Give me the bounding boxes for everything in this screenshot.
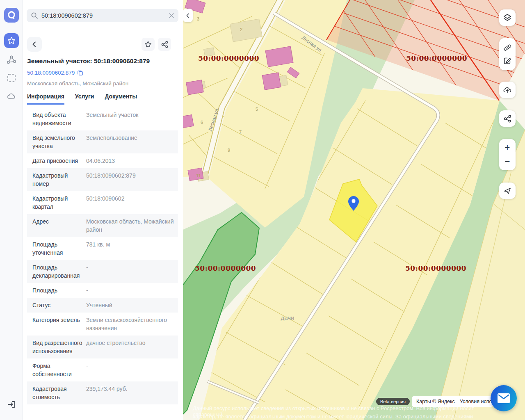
- svg-text:3: 3: [197, 16, 199, 21]
- table-row: АдресМосковская область, Можайский район: [27, 214, 178, 237]
- chevron-left-icon: [31, 41, 38, 48]
- app-logo[interactable]: [4, 8, 19, 23]
- details-panel: Земельный участок: 50:18:0090602:879 50:…: [23, 0, 183, 420]
- select-area-rail-button[interactable]: [4, 71, 19, 85]
- left-rail: [0, 0, 23, 420]
- measure-tools-group: [499, 38, 516, 70]
- share-object-button[interactable]: [158, 38, 171, 51]
- layers-button[interactable]: [499, 9, 516, 26]
- map-area[interactable]: 50:00:0000000 50:00:0000000 50:00:000000…: [183, 0, 525, 420]
- app-root: Земельный участок: 50:18:0090602:879 50:…: [0, 0, 525, 420]
- tab-documents[interactable]: Документы: [105, 93, 137, 105]
- svg-text:9: 9: [228, 148, 230, 153]
- login-rail-button[interactable]: [4, 397, 19, 412]
- table-row: [27, 404, 178, 413]
- table-row: Площадь декларированная-: [27, 260, 178, 283]
- share-nodes-icon: [161, 41, 169, 48]
- zoom-out-button[interactable]: −: [499, 155, 516, 169]
- table-row: Дата присвоения04.06.2013: [27, 153, 178, 168]
- dashed-selection-icon: [7, 73, 16, 83]
- svg-text:2: 2: [240, 27, 242, 32]
- table-row: СтатусУчтенный: [27, 298, 178, 313]
- search-input[interactable]: [41, 12, 165, 19]
- area-label: дачи: [281, 314, 294, 321]
- zoom-control: + −: [499, 139, 516, 170]
- collapse-panel-button[interactable]: [183, 9, 193, 22]
- star-icon: [7, 36, 16, 45]
- svg-text:5: 5: [256, 107, 258, 112]
- locate-me-button[interactable]: [499, 183, 516, 199]
- cloud-rail-button[interactable]: [4, 89, 19, 104]
- layers-icon: [502, 13, 512, 23]
- chat-button[interactable]: [491, 385, 517, 411]
- back-button[interactable]: [27, 37, 42, 52]
- tab-bar: Информация Услуги Документы: [27, 93, 137, 105]
- search-bar: [27, 9, 178, 22]
- svg-text:7: 7: [239, 130, 242, 135]
- cadastral-number-link[interactable]: 50:18:0090602:879: [27, 70, 75, 76]
- map-disclaimer-line2: характер, не является официальным докуме…: [193, 413, 488, 420]
- object-title: Земельный участок: 50:18:0090602:879: [27, 57, 179, 65]
- table-row: Вид земельного участкаЗемлепользование: [27, 130, 178, 153]
- table-row: Площадь-: [27, 283, 178, 298]
- share-map-button[interactable]: [499, 110, 516, 127]
- navigation-arrow-icon: [503, 186, 512, 195]
- table-row: Вид объекта недвижимостиЗемельный участо…: [27, 107, 178, 130]
- beta-badge: Beta-версия: [376, 398, 410, 405]
- tab-services[interactable]: Услуги: [75, 93, 94, 105]
- ruler-icon[interactable]: [503, 43, 512, 52]
- table-row: Площадь уточненная781 кв. м: [27, 237, 178, 260]
- table-row: Кадастровый квартал50:18:0090602: [27, 191, 178, 214]
- search-icon: [31, 12, 38, 19]
- upload-button[interactable]: [499, 82, 516, 98]
- draw-edit-icon[interactable]: [503, 56, 512, 65]
- quarter-label: 50:00:0000000: [195, 264, 256, 272]
- cloud-upload-icon: [502, 85, 512, 95]
- object-header-toolbar: [27, 37, 178, 52]
- clear-search-icon[interactable]: [169, 13, 174, 18]
- quarter-label: 50:00:0000000: [405, 264, 466, 272]
- table-row: Кадастровая стоимость239,173.44 руб.: [27, 381, 178, 404]
- objects-rail-button[interactable]: [4, 52, 19, 67]
- quarter-label: 50:00:0000000: [406, 54, 467, 62]
- chevron-left-icon: [185, 13, 190, 18]
- share-nodes-icon: [503, 114, 512, 123]
- exit-login-icon: [7, 399, 16, 409]
- cloud-icon: [6, 91, 17, 102]
- favorite-object-button[interactable]: [142, 38, 155, 51]
- table-row: Вид разрешенного использованиядачное стр…: [27, 336, 178, 358]
- cadastral-map-canvas[interactable]: 50:00:0000000 50:00:0000000 50:00:000000…: [183, 0, 525, 420]
- star-outline-icon: [144, 40, 152, 48]
- terms-link[interactable]: Условия испол: [460, 399, 493, 404]
- table-row: Форма собственности-: [27, 358, 178, 381]
- map-attribution: Карты © Яндекс Условия испол: [412, 396, 493, 407]
- logo-icon: [5, 9, 18, 21]
- table-row: Кадастровый номер50:18:0090602:879: [27, 168, 178, 191]
- yandex-copyright[interactable]: Карты © Яндекс: [416, 399, 455, 404]
- attributes-table: Вид объекта недвижимостиЗемельный участо…: [27, 107, 178, 413]
- svg-text:11: 11: [196, 173, 201, 178]
- envelope-icon: [497, 393, 510, 404]
- svg-text:6: 6: [201, 120, 203, 125]
- tab-information[interactable]: Информация: [27, 93, 64, 105]
- polygon-nodes-icon: [6, 55, 17, 65]
- object-location: Московская область, Можайский район: [27, 80, 128, 87]
- copy-icon[interactable]: [77, 70, 83, 76]
- favorites-rail-button[interactable]: [4, 33, 19, 48]
- cadastral-number-row: 50:18:0090602:879: [27, 70, 83, 76]
- zoom-in-button[interactable]: +: [499, 141, 516, 155]
- quarter-label: 50:00:0000000: [198, 54, 259, 62]
- table-row: Категория земельЗемли сельскохозяйственн…: [27, 313, 178, 336]
